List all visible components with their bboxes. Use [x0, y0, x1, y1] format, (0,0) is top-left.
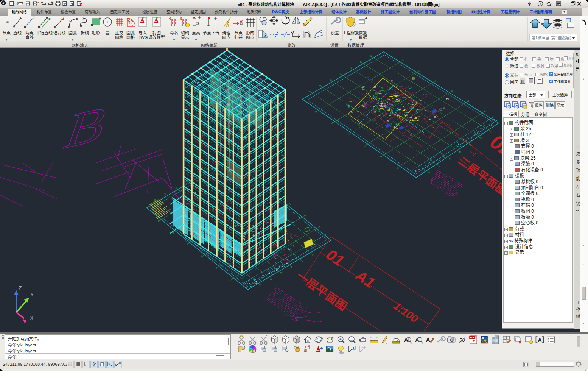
- svg-text:圆: 圆: [106, 31, 110, 35]
- svg-text:节点下传: 节点下传: [203, 31, 219, 35]
- svg-text:DWG: DWG: [138, 35, 148, 40]
- svg-text:导入: 导入: [138, 31, 147, 35]
- svg-text:清理: 清理: [222, 31, 230, 35]
- svg-text:设置: 设置: [331, 31, 339, 35]
- svg-text:A: A: [426, 337, 430, 343]
- svg-text:调改模型: 调改模型: [148, 35, 165, 40]
- svg-text:节点: 节点: [2, 31, 11, 35]
- svg-text:命名: 命名: [170, 30, 178, 35]
- svg-text:DWG: DWG: [481, 341, 488, 344]
- svg-text:X: X: [30, 315, 34, 321]
- svg-text:?: ?: [539, 2, 541, 6]
- svg-text:网点: 网点: [222, 35, 230, 40]
- svg-text:圆弧: 圆弧: [126, 30, 135, 35]
- svg-text:圆弧: 圆弧: [68, 30, 77, 35]
- svg-text:辐射线: 辐射线: [53, 30, 66, 35]
- svg-text:显示: 显示: [181, 35, 189, 40]
- svg-text:轴线: 轴线: [181, 30, 189, 35]
- svg-text:矩形: 矩形: [92, 31, 100, 35]
- svg-text:!: !: [349, 19, 351, 25]
- svg-text:点高: 点高: [192, 30, 200, 35]
- svg-text:平行直线: 平行直线: [36, 30, 53, 35]
- svg-text:直线: 直线: [13, 30, 22, 35]
- svg-text:衬图: 衬图: [152, 31, 161, 35]
- svg-text:-: -: [418, 338, 420, 342]
- svg-text:网格: 网格: [115, 35, 123, 40]
- svg-text:+: +: [408, 338, 410, 342]
- svg-text:归并: 归并: [234, 35, 243, 40]
- svg-text:恢复: 恢复: [359, 30, 367, 35]
- svg-text:Z: Z: [19, 285, 22, 291]
- svg-text:正交: 正交: [115, 30, 123, 35]
- svg-text:PDF: PDF: [470, 336, 474, 339]
- svg-text:第1标准层 (第1自然层): 第1标准层 (第1自然层): [531, 36, 571, 40]
- svg-text:折线: 折线: [81, 30, 89, 35]
- svg-text:两点: 两点: [25, 31, 34, 35]
- svg-text:树: 树: [304, 349, 307, 353]
- svg-text:形成: 形成: [246, 31, 254, 35]
- svg-text:A: A: [538, 337, 541, 343]
- svg-text:工程修复: 工程修复: [342, 30, 359, 35]
- svg-text:节点: 节点: [234, 31, 243, 35]
- svg-text:数据: 数据: [359, 35, 367, 40]
- svg-text:网点: 网点: [246, 35, 254, 40]
- svg-text:Y: Y: [30, 292, 34, 298]
- svg-text:工作: 工作: [304, 345, 311, 349]
- svg-text:网格: 网格: [126, 35, 135, 40]
- svg-text:直线: 直线: [25, 35, 34, 40]
